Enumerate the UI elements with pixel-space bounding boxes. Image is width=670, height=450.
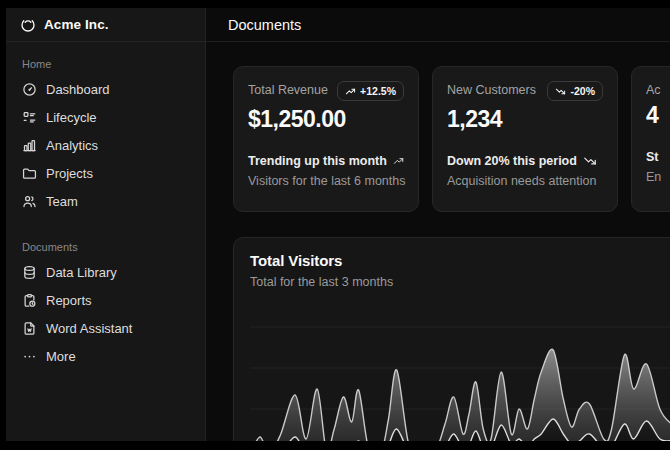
- trending-up-icon: [393, 154, 404, 168]
- stat-card-clipped: Ac 4 St En: [631, 66, 670, 212]
- sidebar-item-label: More: [46, 349, 76, 364]
- sidebar-item-label: Projects: [46, 166, 93, 181]
- sidebar-item-lifecycle[interactable]: Lifecycle: [14, 103, 197, 131]
- stat-card-title: Ac: [646, 81, 661, 97]
- trend-badge: -20%: [547, 81, 603, 101]
- chart-bar-icon: [22, 138, 37, 153]
- sidebar-item-label: Team: [46, 194, 78, 209]
- sidebar-item-label: Word Assistant: [46, 321, 132, 336]
- trend-badge: +12.5%: [337, 81, 404, 101]
- chart-subtitle: Total for the last 3 months: [250, 275, 670, 289]
- sidebar-nav: Home Dashboard Lifecycle Analytics: [6, 42, 205, 374]
- stat-card-title: Total Revenue: [248, 81, 328, 97]
- dots-icon: [22, 349, 37, 364]
- brand-name: Acme Inc.: [44, 17, 109, 32]
- stat-card-footer-text: St: [646, 150, 659, 164]
- stat-card-new-customers: New Customers -20% 1,234 Down 20% this p…: [432, 66, 618, 212]
- sidebar-item-label: Data Library: [46, 265, 117, 280]
- page-header: Documents: [206, 8, 670, 42]
- sidebar-item-reports[interactable]: Reports: [14, 286, 197, 314]
- sidebar-item-projects[interactable]: Projects: [14, 159, 197, 187]
- chart-title: Total Visitors: [250, 252, 670, 269]
- trending-up-icon: [345, 86, 356, 97]
- stat-cards-row: Total Revenue +12.5% $1,250.00 Trending …: [233, 66, 670, 212]
- file-word-icon: [22, 321, 37, 336]
- sidebar-item-analytics[interactable]: Analytics: [14, 131, 197, 159]
- desktop-area: [250, 349, 670, 441]
- report-icon: [22, 293, 37, 308]
- sidebar-item-more[interactable]: More: [14, 342, 197, 370]
- sidebar-item-team[interactable]: Team: [14, 187, 197, 215]
- trend-badge-value: +12.5%: [360, 85, 396, 97]
- page-title: Documents: [228, 17, 301, 33]
- nav-section-label-home: Home: [14, 58, 197, 70]
- stat-card-footer-text: Trending up this month: [248, 154, 387, 168]
- app-window: Acme Inc. Home Dashboard Lifecycle: [6, 8, 670, 441]
- visitors-chart[interactable]: [250, 309, 670, 441]
- stat-card-value: 1,234: [447, 106, 603, 133]
- total-visitors-card: Total Visitors Total for the last 3 mont…: [233, 237, 670, 441]
- database-icon: [22, 265, 37, 280]
- chart-series: [250, 349, 670, 441]
- users-icon: [22, 194, 37, 209]
- stat-card-footer-primary: Trending up this month: [248, 154, 404, 168]
- sidebar-item-label: Lifecycle: [46, 110, 97, 125]
- trending-down-icon: [583, 154, 597, 168]
- stat-card-total-revenue: Total Revenue +12.5% $1,250.00 Trending …: [233, 66, 419, 212]
- sidebar-item-data-library[interactable]: Data Library: [14, 258, 197, 286]
- nav-section-label-documents: Documents: [14, 241, 197, 253]
- trending-down-icon: [555, 86, 566, 97]
- main-area: Documents Total Revenue +12.5%: [206, 8, 670, 441]
- stat-card-footer-secondary: Acquisition needs attention: [447, 174, 603, 188]
- stat-card-value: 4: [646, 102, 670, 129]
- stat-card-title: New Customers: [447, 81, 536, 97]
- stat-card-footer-primary: St: [646, 150, 670, 164]
- content: Total Revenue +12.5% $1,250.00 Trending …: [206, 42, 670, 441]
- stat-card-footer-primary: Down 20% this period: [447, 154, 603, 168]
- sidebar-item-label: Reports: [46, 293, 92, 308]
- trend-badge-value: -20%: [570, 85, 595, 97]
- stat-card-value: $1,250.00: [248, 106, 404, 133]
- inner-shadow-top-icon: [20, 17, 36, 33]
- sidebar-brand[interactable]: Acme Inc.: [6, 8, 205, 42]
- stat-card-footer-secondary: Visitors for the last 6 months: [248, 174, 404, 188]
- sidebar: Acme Inc. Home Dashboard Lifecycle: [6, 8, 206, 441]
- sidebar-item-label: Analytics: [46, 138, 98, 153]
- stat-card-footer-text: Down 20% this period: [447, 154, 577, 168]
- sidebar-item-label: Dashboard: [46, 82, 110, 97]
- folder-icon: [22, 166, 37, 181]
- dashboard-icon: [22, 82, 37, 97]
- list-details-icon: [22, 110, 37, 125]
- sidebar-item-word-assistant[interactable]: Word Assistant: [14, 314, 197, 342]
- stat-card-footer-secondary: En: [646, 170, 670, 184]
- sidebar-item-dashboard[interactable]: Dashboard: [14, 75, 197, 103]
